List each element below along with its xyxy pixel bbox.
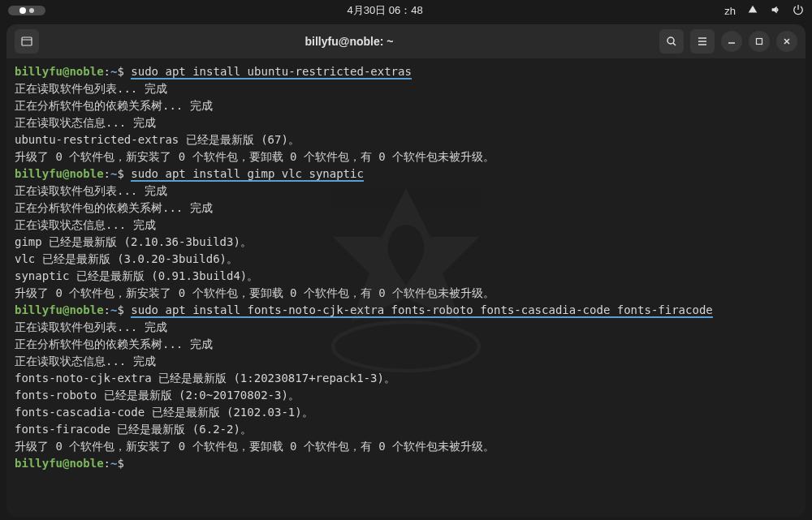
output-line: fonts-roboto 已经是最新版 (2:0~20170802-3)。: [15, 387, 797, 404]
input-method-indicator[interactable]: zh: [724, 5, 736, 17]
network-icon[interactable]: [747, 4, 758, 18]
output-line: 正在读取软件包列表... 完成: [15, 80, 797, 97]
command-text: sudo apt install gimp vlc synaptic: [131, 167, 364, 182]
svg-rect-2: [757, 39, 762, 45]
output-line: gimp 已经是最新版 (2.10.36-3build3)。: [15, 234, 797, 251]
output-line: 正在读取软件包列表... 完成: [15, 319, 797, 336]
terminal-output[interactable]: billyfu@noble:~$ sudo apt install ubuntu…: [6, 58, 806, 517]
volume-icon[interactable]: [770, 4, 781, 18]
command-text: sudo apt install fonts-noto-cjk-extra fo…: [131, 303, 712, 318]
output-line: 正在分析软件包的依赖关系树... 完成: [15, 336, 797, 353]
output-line: 升级了 0 个软件包，新安装了 0 个软件包，要卸载 0 个软件包，有 0 个软…: [15, 285, 797, 302]
output-line: fonts-firacode 已经是最新版 (6.2-2)。: [15, 421, 797, 438]
output-line: 正在读取状态信息... 完成: [15, 217, 797, 234]
minimize-button[interactable]: [721, 31, 742, 52]
output-line: ubuntu-restricted-extras 已经是最新版 (67)。: [15, 131, 797, 148]
command-text: sudo apt install ubuntu-restricted-extra…: [131, 65, 412, 80]
output-line: 升级了 0 个软件包，新安装了 0 个软件包，要卸载 0 个软件包，有 0 个软…: [15, 148, 797, 165]
output-line: 正在读取软件包列表... 完成: [15, 183, 797, 200]
window-title: billyfu@noble: ~: [45, 35, 653, 48]
svg-rect-0: [22, 37, 32, 45]
output-line: fonts-cascadia-code 已经是最新版 (2102.03-1)。: [15, 404, 797, 421]
output-line: fonts-noto-cjk-extra 已经是最新版 (1:20230817+…: [15, 370, 797, 387]
output-line: 正在读取状态信息... 完成: [15, 353, 797, 370]
output-line: 正在读取状态信息... 完成: [15, 114, 797, 131]
close-button[interactable]: [776, 31, 797, 52]
power-icon[interactable]: [793, 4, 804, 18]
menu-button[interactable]: [690, 29, 715, 54]
new-tab-button[interactable]: [15, 29, 39, 54]
svg-point-1: [667, 37, 674, 44]
gnome-top-panel: 4月30日 06：48 zh: [0, 0, 812, 21]
output-line: synaptic 已经是最新版 (0.91.3build4)。: [15, 268, 797, 285]
output-line: 正在分析软件包的依赖关系树... 完成: [15, 200, 797, 217]
output-line: 正在分析软件包的依赖关系树... 完成: [15, 97, 797, 114]
prompt-user: billyfu@noble: [15, 65, 104, 78]
output-line: 升级了 0 个软件包，新安装了 0 个软件包，要卸载 0 个软件包，有 0 个软…: [15, 438, 797, 455]
activities-area[interactable]: [8, 6, 45, 15]
terminal-window: billyfu@noble: ~: [6, 24, 806, 517]
window-titlebar: billyfu@noble: ~: [6, 24, 806, 58]
output-line: vlc 已经是最新版 (3.0.20-3build6)。: [15, 251, 797, 268]
maximize-button[interactable]: [749, 31, 770, 52]
search-button[interactable]: [659, 29, 684, 54]
datetime-label[interactable]: 4月30日 06：48: [45, 3, 724, 18]
